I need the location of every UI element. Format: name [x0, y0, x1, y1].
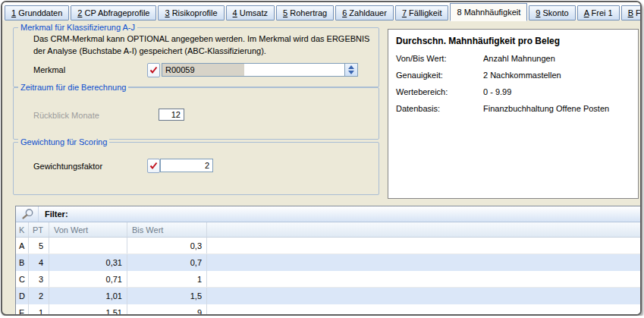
cell-filler	[207, 238, 642, 253]
col-header-filler	[207, 222, 642, 237]
col-header-k[interactable]: K	[16, 222, 29, 237]
tab-label: Frei 1	[589, 8, 612, 17]
tab-cp-abfrageprofile[interactable]: 2 CP Abfrageprofile	[71, 5, 156, 20]
tab-faelligkeit[interactable]: 7 Fälligkeit	[395, 5, 449, 20]
tab-skonto[interactable]: 9 Skonto	[529, 5, 575, 20]
table-row-d[interactable]: D 2 1,01 1,5	[16, 288, 642, 304]
cell-bis: 0,3	[127, 238, 207, 253]
description-line-2: der Analyse (Buchstabe A-I) gespeichert …	[33, 46, 266, 55]
col-header-bis-wert[interactable]: Bis Wert	[127, 222, 207, 237]
rueckblick-monate-label: Rückblick Monate	[33, 111, 99, 120]
tab-grunddaten[interactable]: 1 Grunddaten	[5, 5, 69, 20]
info-panel-title: Durchschn. Mahnhäufigkeit pro Beleg	[396, 36, 638, 46]
merkmal-spinner[interactable]	[344, 64, 357, 76]
cell-filler	[207, 304, 642, 316]
cell-bis: 0,7	[127, 254, 207, 271]
magnifier-icon-cell[interactable]	[16, 206, 39, 222]
col-header-von-wert[interactable]: Von Wert	[49, 222, 127, 237]
cell-k: D	[16, 288, 29, 304]
info-value-genauigkeit: 2 Nachkommastellen	[483, 71, 561, 80]
header-row: K PT Von Wert Bis Wert	[16, 222, 642, 238]
tab-frei-2[interactable]: B Frei 2	[621, 5, 642, 20]
merkmal-label: Merkmal	[33, 65, 65, 74]
info-row: Von/Bis Wert: Anzahl Mahnungen	[396, 54, 638, 63]
rueckblick-monate-input[interactable]	[159, 109, 184, 121]
tab-bar: 1 Grunddaten 2 CP Abfrageprofile 3 Risik…	[2, 2, 640, 20]
red-check-icon	[149, 162, 158, 170]
gewichtungsfaktor-note-check-icon[interactable]	[147, 159, 160, 173]
cell-von	[49, 238, 127, 253]
cell-k: E	[16, 304, 29, 316]
info-value-wertebereich: 0 - 9.99	[483, 87, 511, 96]
cell-von: 0,31	[49, 254, 127, 271]
app-window: 1 Grunddaten 2 CP Abfrageprofile 3 Risik…	[1, 1, 642, 316]
tab-rohertrag[interactable]: 5 Rohertrag	[276, 5, 334, 20]
merkmal-combobox[interactable]: R00059	[162, 63, 358, 77]
tab-accel: B	[628, 8, 633, 17]
gewichtungsfaktor-input[interactable]	[160, 159, 213, 172]
tab-label: Skonto	[540, 8, 568, 17]
tab-label: CP Abfrageprofile	[82, 8, 149, 17]
table-row-a[interactable]: A 5 0,3	[16, 238, 642, 254]
classification-grid: Filter: K PT Von Wert Bis Wert A 5 0,3 B…	[15, 206, 642, 316]
tab-label: Grunddaten	[16, 8, 62, 17]
tab-label: Umsatz	[237, 8, 268, 17]
cell-von: 0,71	[49, 271, 127, 287]
group-title: Zeitraum für die Berechnung	[18, 82, 128, 93]
cell-k: C	[16, 271, 29, 287]
tab-umsatz[interactable]: 4 Umsatz	[226, 5, 275, 20]
group-merkmal-klassifizierung: Merkmal für Klassifizierung A-J Das CRM-…	[13, 27, 379, 87]
group-gewichtung: Gewichtung für Scoring Gewichtungsfaktor	[13, 142, 379, 195]
cell-filler	[207, 254, 642, 271]
red-check-icon	[149, 66, 158, 74]
tab-label: Rohertrag	[287, 8, 327, 17]
cell-bis: 1,5	[127, 288, 207, 304]
info-row: Wertebereich: 0 - 9.99	[396, 87, 638, 96]
info-label-von-bis: Von/Bis Wert:	[396, 54, 483, 63]
filter-row[interactable]: Filter:	[16, 206, 642, 222]
info-label-genauigkeit: Genauigkeit:	[396, 71, 483, 80]
group-title: Merkmal für Klassifizierung A-J	[18, 22, 137, 33]
table-row-b[interactable]: B 4 0,31 0,7	[16, 254, 642, 271]
group-title: Gewichtung für Scoring	[18, 137, 109, 147]
cell-filler	[207, 288, 642, 304]
cell-pt: 3	[29, 271, 49, 287]
info-label-wertebereich: Wertebereich:	[396, 87, 483, 96]
info-panel: Durchschn. Mahnhäufigkeit pro Beleg Von/…	[388, 29, 639, 199]
table-row-e[interactable]: E 1 1,51 9	[16, 304, 642, 316]
info-value-datenbasis: Finanzbuchhaltung Offene Posten	[483, 104, 609, 113]
tab-zahldauer[interactable]: 6 Zahldauer	[335, 5, 394, 20]
tab-label: Zahldauer	[347, 8, 387, 17]
merkmal-note-check-icon[interactable]	[147, 63, 160, 77]
cell-filler	[207, 271, 642, 287]
info-row: Genauigkeit: 2 Nachkommastellen	[396, 71, 638, 80]
combo-empty-area	[244, 64, 344, 76]
cell-pt: 2	[29, 288, 49, 304]
merkmal-value[interactable]: R00059	[162, 64, 244, 76]
info-row: Datenbasis: Finanzbuchhaltung Offene Pos…	[396, 104, 638, 113]
spinner-down-icon[interactable]	[348, 71, 354, 74]
tab-label: Fälligkeit	[407, 8, 441, 17]
cell-bis: 9	[127, 304, 207, 316]
cell-von: 1,01	[49, 288, 127, 304]
cell-pt: 1	[29, 304, 49, 316]
table-row-c[interactable]: C 3 0,71 1	[16, 271, 642, 288]
col-header-pt[interactable]: PT	[29, 222, 49, 237]
tab-label: Frei 2	[633, 8, 642, 17]
info-value-von-bis: Anzahl Mahnungen	[483, 54, 555, 63]
filter-label: Filter:	[45, 209, 68, 219]
info-label-datenbasis: Datenbasis:	[396, 104, 483, 113]
tab-label: Risikoprofile	[170, 8, 218, 17]
gewichtungsfaktor-label: Gewichtungsfaktor	[33, 162, 102, 171]
tab-risikoprofile[interactable]: 3 Risikoprofile	[158, 5, 224, 20]
cell-von: 1,51	[49, 304, 127, 316]
cell-bis: 1	[127, 271, 207, 287]
cell-pt: 5	[29, 238, 49, 253]
spinner-up-icon[interactable]	[348, 65, 354, 69]
tab-label: Mahnhäufigkeit	[462, 8, 521, 17]
cell-k: B	[16, 254, 29, 271]
cell-k: A	[16, 238, 29, 253]
tab-mahnhaeufigkeit[interactable]: 8 Mahnhäufigkeit	[450, 3, 527, 21]
description-line-1: Das CRM-Merkmal kann OPTIONAL angegeben …	[33, 34, 369, 43]
tab-frei-1[interactable]: A Frei 1	[577, 5, 620, 20]
